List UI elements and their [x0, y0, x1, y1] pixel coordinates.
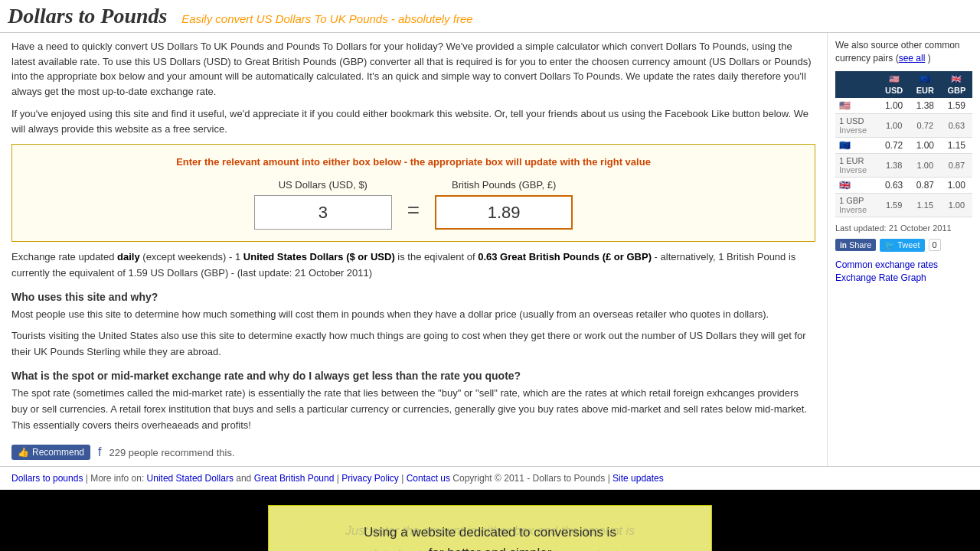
flag-usd: 🇺🇸 — [889, 74, 900, 84]
footer-link-contact[interactable]: Contact us — [407, 473, 450, 484]
social-bar: in Share 🐦 Tweet 0 — [835, 239, 972, 252]
row-flag-usd: 🇺🇸 — [839, 100, 851, 111]
share-label: Share — [849, 240, 871, 249]
flag-gbp: 🇬🇧 — [951, 74, 962, 84]
footer-link-dollars-to-pounds[interactable]: Dollars to pounds — [11, 473, 83, 484]
intro-para-1: Have a need to quickly convert US Dollar… — [11, 39, 815, 99]
exchange-rate-graph-link[interactable]: Exchange Rate Graph — [835, 272, 972, 283]
equals-sign: = — [407, 198, 420, 223]
calc-fields: US Dollars (USD, $) = British Pounds (GB… — [28, 179, 799, 230]
section-text-1: Most people use this site to determine h… — [11, 307, 815, 323]
tooltip-overlay-line2: far better and simpler — [429, 543, 552, 551]
intro-para-2: If you've enjoyed using this site and fi… — [11, 106, 815, 136]
calculator-box: Enter the relevant amount into either bo… — [11, 144, 815, 242]
footer-link-updates[interactable]: Site updates — [612, 473, 664, 484]
page-tagline: Easily convert US Dollars To UK Pounds -… — [181, 12, 472, 25]
table-row: 1 EURInverse 1.38 1.00 0.87 — [835, 153, 972, 177]
tweet-count: 0 — [929, 239, 941, 251]
sidebar-links: Common exchange rates Exchange Rate Grap… — [835, 259, 972, 283]
col-eur: 🇪🇺 EUR — [910, 71, 941, 98]
recommend-bar: 👍 Recommend f 229 people recommend this. — [11, 445, 815, 460]
row-flag-gbp: 🇬🇧 — [839, 180, 851, 191]
fb-icon: f — [98, 445, 101, 459]
exchange-info: Exchange rate updated daily (except week… — [11, 249, 815, 282]
tweet-label: Tweet — [897, 240, 920, 249]
tooltip-box: Just enter the amount in either box and … — [268, 505, 712, 551]
section-text-3: The spot rate (sometimes called the mid-… — [11, 386, 815, 433]
sidebar-intro: We also source other common currency pai… — [835, 39, 972, 65]
page-title: Dollars to Pounds — [8, 4, 168, 28]
currency-table: 🇺🇸 USD 🇪🇺 EUR 🇬🇧 — [835, 71, 972, 217]
usd-input[interactable] — [254, 195, 392, 230]
tweet-button[interactable]: 🐦 Tweet — [880, 239, 924, 252]
thumbs-up-icon: 👍 — [18, 447, 29, 458]
twitter-icon: 🐦 — [884, 240, 895, 250]
common-exchange-rates-link[interactable]: Common exchange rates — [835, 259, 972, 270]
usd-label: US Dollars (USD, $) — [279, 179, 368, 191]
col-usd: 🇺🇸 USD — [878, 71, 910, 98]
table-row: 🇪🇺 0.72 1.00 1.15 — [835, 137, 972, 153]
section-title-2: What is the spot or mid-market exchange … — [11, 370, 815, 382]
usd-group: US Dollars (USD, $) — [254, 179, 392, 230]
footer-link-privacy[interactable]: Privacy Policy — [341, 473, 399, 484]
flag-eur: 🇪🇺 — [920, 74, 930, 84]
main-content: Have a need to quickly convert US Dollar… — [0, 33, 827, 466]
overlay-area: Just enter the amount in either box and … — [0, 490, 980, 551]
row-flag-eur: 🇪🇺 — [839, 140, 851, 151]
recommend-button[interactable]: 👍 Recommend — [11, 445, 90, 460]
linkedin-icon: in — [840, 241, 847, 249]
gbp-group: British Pounds (GBP, £) — [435, 179, 573, 230]
recommend-count: 229 people recommend this. — [109, 447, 234, 458]
main-layout: Have a need to quickly convert US Dollar… — [0, 33, 980, 466]
col-gbp: 🇬🇧 GBP — [941, 71, 972, 98]
page-header: Dollars to Pounds Easily convert US Doll… — [0, 0, 980, 33]
footer-link-gbp[interactable]: Great British Pound — [254, 473, 335, 484]
gbp-label: British Pounds (GBP, £) — [452, 179, 556, 191]
tooltip-overlay-line1: Using a website dedicated to conversions… — [364, 522, 616, 543]
table-row: 🇬🇧 0.63 0.87 1.00 — [835, 177, 972, 193]
table-row: 1 USDInverse 1.00 0.72 0.63 — [835, 113, 972, 137]
section-title-1: Who uses this site and why? — [11, 291, 815, 303]
tooltip-overlay: Using a website dedicated to conversions… — [292, 521, 688, 551]
last-updated: Last updated: 21 October 2011 — [835, 223, 972, 233]
table-row: 1 GBPInverse 1.59 1.15 1.00 — [835, 193, 972, 217]
section-text-2: Tourists visiting the United States also… — [11, 328, 815, 360]
calc-instruction: Enter the relevant amount into either bo… — [28, 156, 799, 168]
gbp-input[interactable] — [435, 195, 573, 230]
footer-link-usd[interactable]: United Stated Dollars — [147, 473, 234, 484]
page-footer: Dollars to pounds | More info on: United… — [0, 466, 980, 490]
see-all-link[interactable]: see all — [899, 53, 926, 64]
table-row: 🇺🇸 1.00 1.38 1.59 — [835, 98, 972, 114]
recommend-label: Recommend — [32, 447, 84, 458]
sidebar: We also source other common currency pai… — [827, 33, 980, 466]
share-button[interactable]: in Share — [835, 239, 876, 251]
